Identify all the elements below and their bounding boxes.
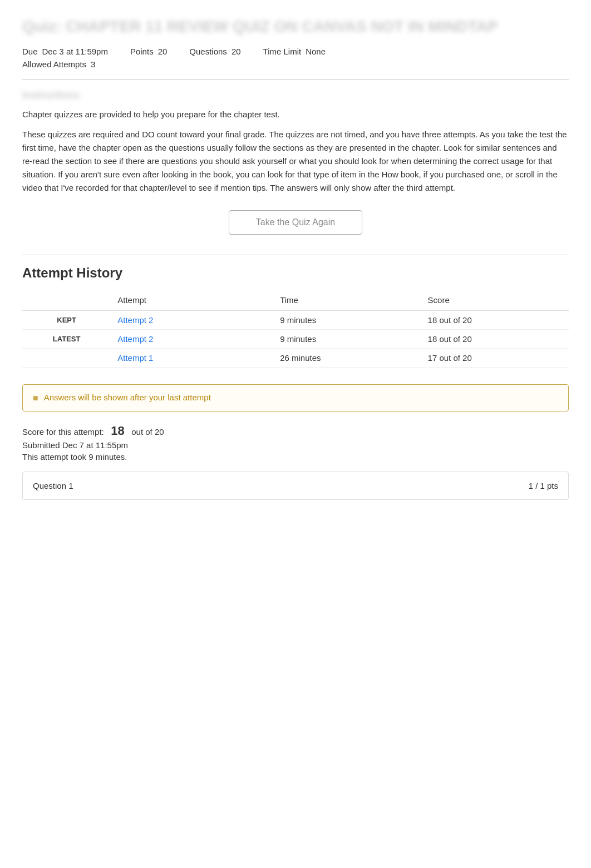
score-label: Score for this attempt:	[22, 427, 104, 437]
col-label-header	[22, 292, 111, 311]
score-suffix: out of 20	[131, 427, 164, 437]
row-time: 9 minutes	[273, 330, 421, 349]
question-label: Question 1	[33, 481, 73, 490]
instructions-para1: Chapter quizzes are provided to help you…	[22, 108, 569, 121]
row-attempt[interactable]: Attempt 1	[111, 349, 273, 368]
row-label: KEPT	[22, 311, 111, 330]
meta-row-2: Allowed Attempts 3	[22, 59, 569, 69]
info-icon: ■	[33, 393, 38, 403]
row-time: 9 minutes	[273, 311, 421, 330]
col-time-header: Time	[273, 292, 421, 311]
allowed-attempts-value: 3	[91, 59, 95, 69]
score-number: 18	[111, 424, 124, 438]
col-attempt-header: Attempt	[111, 292, 273, 311]
due-value: Dec 3 at 11:59pm	[42, 47, 108, 56]
duration-line: This attempt took 9 minutes.	[22, 452, 569, 462]
question-section: Question 1 1 / 1 pts	[22, 472, 569, 500]
row-attempt[interactable]: Attempt 2	[111, 330, 273, 349]
row-attempt[interactable]: Attempt 2	[111, 311, 273, 330]
time-limit-label: Time Limit	[263, 47, 302, 56]
attempt-history-table: Attempt Time Score KEPTAttempt 29 minute…	[22, 292, 569, 368]
table-row: LATESTAttempt 29 minutes18 out of 20	[22, 330, 569, 349]
instructions-para2: These quizzes are required and DO count …	[22, 128, 569, 195]
question-pts: 1 / 1 pts	[529, 481, 558, 490]
row-label: LATEST	[22, 330, 111, 349]
allowed-attempts-label: Allowed Attempts	[22, 59, 86, 69]
page-title: Quiz: CHAPTER 11 REVIEW QUIZ ON CANVAS N…	[22, 17, 569, 37]
row-score: 18 out of 20	[421, 330, 569, 349]
attempt-link[interactable]: Attempt 2	[117, 334, 153, 344]
points-label: Points	[130, 47, 154, 56]
table-row: KEPTAttempt 29 minutes18 out of 20	[22, 311, 569, 330]
attempt-link[interactable]: Attempt 2	[117, 315, 153, 325]
score-line: Score for this attempt: 18 out of 20	[22, 424, 569, 438]
divider-2	[22, 255, 569, 255]
info-box-text: Answers will be shown after your last at…	[44, 393, 211, 402]
attempt-link[interactable]: Attempt 1	[117, 353, 153, 363]
row-label	[22, 349, 111, 368]
table-row: Attempt 126 minutes17 out of 20	[22, 349, 569, 368]
attempt-history-heading: Attempt History	[22, 265, 569, 281]
divider-1	[22, 79, 569, 80]
take-quiz-button[interactable]: Take the Quiz Again	[229, 210, 362, 235]
instructions-heading: Instructions	[22, 90, 569, 101]
time-limit-value: None	[306, 47, 326, 56]
row-score: 18 out of 20	[421, 311, 569, 330]
submitted-line: Submitted Dec 7 at 11:55pm	[22, 440, 569, 450]
questions-label: Questions	[189, 47, 227, 56]
row-time: 26 minutes	[273, 349, 421, 368]
info-box: ■ Answers will be shown after your last …	[22, 384, 569, 411]
questions-value: 20	[232, 47, 241, 56]
points-value: 20	[158, 47, 168, 56]
quiz-button-wrapper: Take the Quiz Again	[22, 210, 569, 235]
row-score: 17 out of 20	[421, 349, 569, 368]
due-label: Due	[22, 47, 38, 56]
meta-row: Due Dec 3 at 11:59pm Points 20 Questions…	[22, 47, 569, 56]
col-score-header: Score	[421, 292, 569, 311]
score-section: Score for this attempt: 18 out of 20 Sub…	[22, 424, 569, 462]
